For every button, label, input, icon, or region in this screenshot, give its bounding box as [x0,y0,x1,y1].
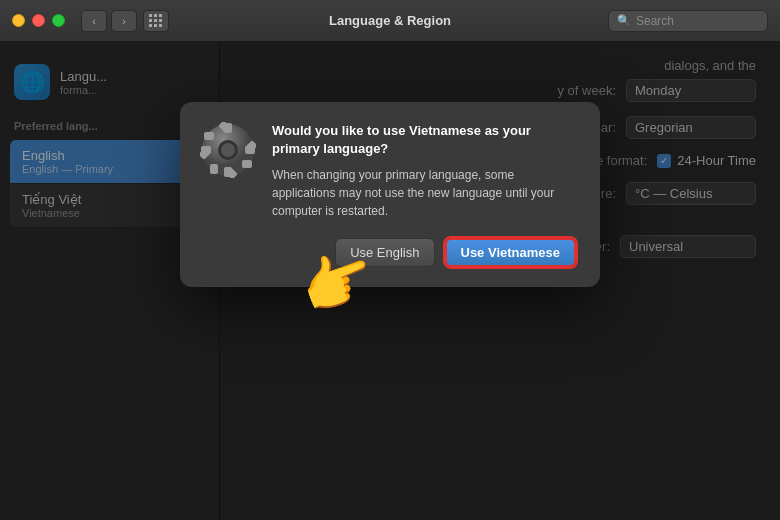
dialog-overlay: Would you like to use Vietnamese as your… [0,42,780,520]
svg-rect-10 [204,132,214,140]
main-content: 🌐 Langu... forma... Preferred lang... En… [0,42,780,520]
traffic-lights [12,14,65,27]
dialog-message: When changing your primary language, som… [272,166,576,220]
right-panel: dialogs, and the y of week: Monday Sunda… [220,42,780,520]
dialog-title: Would you like to use Vietnamese as your… [272,122,576,158]
dialog-buttons: Use English Use Vietnamese [272,238,576,267]
title-bar: ‹ › Language & Region 🔍 [0,0,780,42]
close-button[interactable] [32,14,45,27]
svg-rect-6 [242,160,252,168]
back-button[interactable]: ‹ [81,10,107,32]
dialog-body: Would you like to use Vietnamese as your… [272,122,576,267]
search-input[interactable] [636,14,756,28]
grid-icon [149,14,163,28]
dialog-content: Would you like to use Vietnamese as your… [200,122,576,267]
nav-buttons: ‹ › [81,10,137,32]
svg-rect-8 [210,164,218,174]
dialog-icon [200,122,256,267]
window-title: Language & Region [329,13,451,28]
use-english-button[interactable]: Use English [335,238,434,267]
forward-button[interactable]: › [111,10,137,32]
dialog: Would you like to use Vietnamese as your… [180,102,600,287]
use-vietnamese-button[interactable]: Use Vietnamese [445,238,577,267]
svg-point-13 [221,143,235,157]
grid-button[interactable] [143,10,169,32]
search-box[interactable]: 🔍 [608,10,768,32]
minimize-button[interactable] [12,14,25,27]
maximize-button[interactable] [52,14,65,27]
search-icon: 🔍 [617,14,631,27]
